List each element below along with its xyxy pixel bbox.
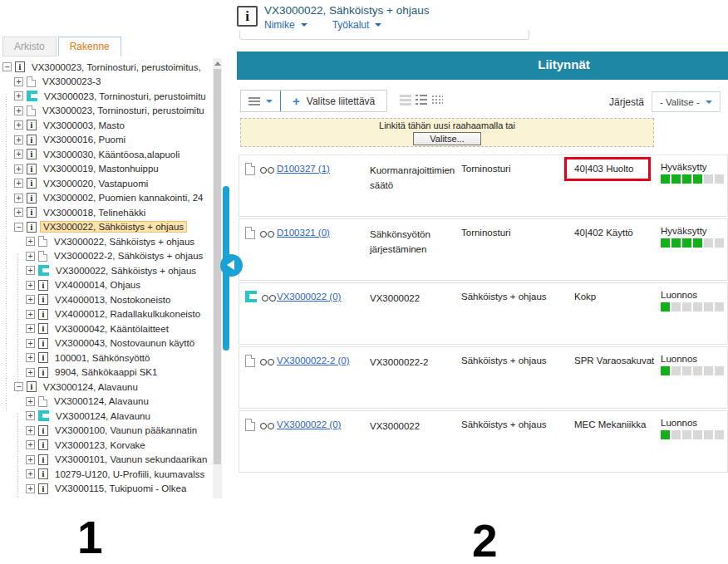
linked-item-row[interactable]: VX3000022 (0)VX3000022Sähköistys + ohjau… [239, 282, 728, 345]
tree-item[interactable]: +VX3000124, Alavaunu [0, 395, 213, 410]
expand-toggle-icon[interactable]: + [14, 164, 23, 174]
expand-toggle-icon[interactable]: + [14, 91, 23, 101]
list-menu-button[interactable] [241, 91, 280, 111]
tree-item[interactable]: +i100001, Sähkönsyöttö [0, 351, 213, 365]
expand-toggle-icon[interactable]: + [14, 194, 23, 203]
tree-item[interactable]: +iVX4000013, Nostokoneisto [0, 292, 213, 307]
tree-item[interactable]: +iVX3000016, Puomi [0, 133, 213, 148]
tree-item[interactable]: +iVX3000019, Mastonhuippu [0, 162, 213, 177]
tree-item[interactable]: +VX3000023-3 [0, 75, 213, 90]
expand-toggle-icon[interactable]: + [26, 339, 35, 348]
preview-glasses-icon[interactable] [259, 421, 275, 429]
tree-item[interactable]: +iVX3000003, Masto [0, 118, 213, 133]
tree-item[interactable]: +iVX3000043, Nostovaunun käyttö [0, 336, 213, 351]
tab-arkisto[interactable]: Arkisto [2, 37, 57, 56]
expand-toggle-icon[interactable]: + [26, 455, 35, 464]
expand-toggle-icon[interactable]: + [26, 397, 35, 406]
tree-item[interactable]: +VX3000023, Torninosturi, perustoimitu [0, 89, 213, 104]
lifecycle-progress [661, 302, 727, 311]
expand-toggle-icon[interactable]: + [26, 295, 35, 304]
tree-item[interactable]: +iVX3000042, Kääntölaitteet [0, 321, 213, 336]
tree-item[interactable]: +iVX3000002, Puomien kannakointi, 24 [0, 191, 213, 206]
expand-toggle-icon[interactable]: + [14, 179, 23, 188]
preview-glasses-icon[interactable] [259, 229, 275, 238]
item-link[interactable]: D100321 (0) [277, 228, 330, 238]
collapse-panel-handle-icon[interactable] [220, 254, 243, 277]
expand-toggle-icon[interactable]: + [14, 135, 23, 145]
expand-toggle-icon[interactable]: + [14, 120, 23, 130]
sort-dropdown[interactable]: - Valitse - [652, 91, 721, 112]
expand-toggle-icon[interactable]: + [26, 440, 35, 449]
preview-glasses-icon[interactable] [259, 357, 275, 365]
select-attachable-button[interactable]: + Valitse liitettävä [281, 91, 386, 111]
collapse-toggle-icon[interactable]: − [14, 382, 23, 391]
tree-item[interactable]: +iVX4000014, Ohjaus [0, 278, 213, 293]
tab-rakenne[interactable]: Rakenne [58, 37, 121, 56]
tree-item-label: VX3000022, Sähköistys + ohjaus [52, 237, 197, 247]
detail-list-view-icon[interactable] [416, 95, 427, 105]
tree-item[interactable]: −iVX3000023, Torninosturi, perustoimitus… [0, 60, 213, 75]
tree-item[interactable]: +i10279-U120, U-Profiili, kuumavalss [0, 467, 213, 482]
tree-item[interactable]: −iVX3000124, Alavaunu [0, 380, 213, 395]
tree-item[interactable]: +i9904, Sähkökaappi SK1 [0, 365, 213, 380]
tree-item[interactable]: +iVX4000012, Radallakulkukoneisto [0, 307, 213, 322]
menu-nimike[interactable]: Nimike [264, 19, 307, 31]
linked-item-row[interactable]: D100321 (0)Sähkönsyötön järjestäminenTor… [239, 218, 728, 281]
expand-toggle-icon[interactable]: + [26, 266, 35, 275]
tree-item[interactable]: +iVX3000115, Tukipuomi - Olkea [0, 482, 213, 497]
tree-item[interactable]: +iVX3000100, Vaunun pääkannatin [0, 424, 213, 439]
tree-item[interactable]: +iVX3000020, Vastapuomi [0, 176, 213, 191]
tree-scrollbar[interactable] [213, 58, 222, 498]
tree-item[interactable]: +VX3000022, Sähköistys + ohjaus [0, 263, 213, 278]
link-dropzone[interactable]: Linkitä tähän uusi raahaamalla tai Valit… [240, 118, 654, 147]
expand-toggle-icon[interactable]: + [26, 426, 35, 435]
menu-tyokalut[interactable]: Työkalut [332, 19, 382, 31]
expand-toggle-icon[interactable]: + [26, 353, 35, 362]
tree-item[interactable]: +iVX3000018, Telinehäkki [0, 205, 213, 220]
tree-item[interactable]: +iVX3000123, Korvake [0, 438, 213, 453]
large-list-view-icon[interactable] [400, 95, 411, 105]
scroll-up-icon[interactable] [214, 61, 221, 66]
item-status: Hyväksytty [661, 155, 727, 184]
item-detail-panel: i VX3000022, Sähköistys + ohjaus Nimike … [237, 0, 728, 515]
item-link[interactable]: VX3000022 (0) [277, 292, 341, 302]
linked-item-row[interactable]: D100327 (1)Kuormanrajoittimien säätöTorn… [239, 154, 728, 217]
expand-toggle-icon[interactable]: + [26, 469, 35, 478]
dropzone-select-button[interactable]: Valitse... [413, 132, 480, 145]
tree-item[interactable]: +VX3000023, Torninosturi, perustoimitu [0, 104, 213, 119]
tree-item[interactable]: +VX3000022-2, Sähköistys + ohjaus [0, 249, 213, 264]
tree-item[interactable]: +iVX3000030, Kääntöosa,alapuoli [0, 147, 213, 162]
expand-toggle-icon[interactable]: + [26, 252, 35, 261]
tree-item-label: VX3000020, Vastapuomi [41, 179, 150, 189]
collapse-toggle-icon[interactable]: − [2, 62, 12, 71]
item-link[interactable]: VX3000022-2 (0) [277, 356, 350, 365]
progress-segment-off [715, 302, 724, 311]
grid-view-icon[interactable] [431, 95, 443, 105]
tree-item[interactable]: +iVX3000101, Vaunun sekundaarikan [0, 453, 213, 468]
expand-toggle-icon[interactable]: + [26, 484, 35, 493]
item-link[interactable]: VX3000022 (0) [277, 419, 341, 429]
tree-item[interactable]: +VX3000124, Alavaunu [0, 409, 213, 424]
expand-toggle-icon[interactable]: + [26, 324, 35, 333]
tree-item[interactable]: −iVX3000022, Sähköistys + ohjaus [0, 220, 213, 235]
row-icons [239, 155, 277, 175]
expand-toggle-icon[interactable]: + [26, 368, 35, 377]
expand-toggle-icon[interactable]: + [26, 237, 35, 246]
tree-item-label: VX3000022, Sähköistys + ohjaus [41, 222, 186, 232]
expand-toggle-icon[interactable]: + [26, 281, 35, 290]
tree-item[interactable]: +VX3000022, Sähköistys + ohjaus [0, 234, 213, 249]
menu-bar: Nimike Työkalut [264, 19, 381, 31]
linked-item-row[interactable]: VX3000022 (0)VX3000022Sähköistys + ohjau… [239, 410, 728, 473]
expand-toggle-icon[interactable]: + [14, 106, 23, 115]
expand-toggle-icon[interactable]: + [14, 150, 23, 159]
preview-glasses-icon[interactable] [259, 165, 275, 174]
collapse-toggle-icon[interactable]: − [14, 223, 23, 232]
preview-glasses-icon[interactable] [261, 293, 277, 302]
expand-toggle-icon[interactable]: + [26, 310, 35, 319]
item-status: Hyväksytty [661, 219, 727, 248]
linked-item-row[interactable]: VX3000022-2 (0)VX3000022-2Sähköistys + o… [239, 346, 728, 409]
expand-toggle-icon[interactable]: + [26, 411, 35, 420]
expand-toggle-icon[interactable]: + [14, 77, 23, 86]
expand-toggle-icon[interactable]: + [14, 208, 23, 217]
item-link[interactable]: D100327 (1) [277, 164, 330, 174]
